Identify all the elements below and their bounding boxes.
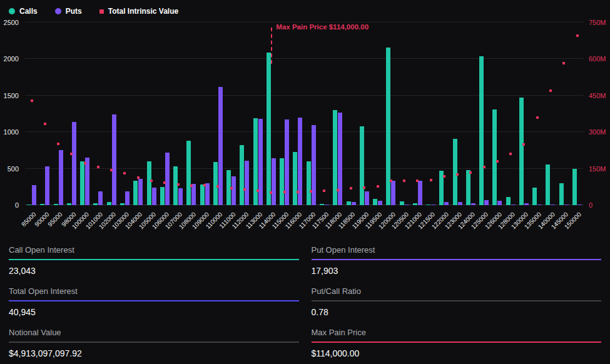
calls-bar[interactable] [120,203,125,206]
strike-group-128000[interactable] [504,23,517,205]
calls-bar[interactable] [240,145,244,205]
intrinsic-value-dot[interactable] [97,166,99,168]
intrinsic-value-dot[interactable] [310,190,312,193]
intrinsic-value-dot[interactable] [243,188,246,191]
puts-bar[interactable] [551,205,555,205]
calls-bar[interactable] [373,199,377,206]
intrinsic-value-dot[interactable] [31,99,33,102]
legend-item-puts[interactable]: Puts [55,7,82,16]
calls-bar[interactable] [426,205,430,205]
puts-bar[interactable] [444,202,449,205]
calls-bar[interactable] [107,202,111,205]
puts-bar[interactable] [272,158,276,205]
intrinsic-value-dot[interactable] [483,166,485,168]
calls-bar[interactable] [492,109,497,205]
intrinsic-value-dot[interactable] [350,187,352,190]
calls-bar[interactable] [213,162,218,205]
strike-group-121000[interactable] [411,23,424,205]
strike-group-126000[interactable] [491,23,504,205]
strike-group-117500[interactable] [318,23,331,205]
puts-bar[interactable] [524,203,529,206]
puts-bar[interactable] [85,158,89,205]
intrinsic-value-dot[interactable] [323,190,325,192]
intrinsic-value-dot[interactable] [203,184,206,186]
puts-bar[interactable] [312,125,316,205]
strike-group-102000[interactable] [105,23,118,205]
calls-bar[interactable] [320,204,324,205]
puts-bar[interactable] [59,150,63,205]
intrinsic-value-dot[interactable] [549,89,552,92]
calls-bar[interactable] [519,98,524,205]
intrinsic-value-dot[interactable] [430,179,432,181]
strike-group-115000[interactable] [278,23,291,205]
puts-bar[interactable] [98,191,103,205]
calls-bar[interactable] [307,161,311,205]
calls-bar[interactable] [572,169,577,205]
calls-bar[interactable] [133,181,138,205]
puts-bar[interactable] [431,205,435,205]
calls-bar[interactable] [506,197,511,205]
calls-bar[interactable] [293,152,297,205]
strike-group-101000[interactable] [91,23,104,205]
puts-bar[interactable] [245,161,249,205]
intrinsic-value-dot[interactable] [297,191,299,193]
calls-bar[interactable] [93,203,98,206]
puts-bar[interactable] [511,205,516,205]
intrinsic-value-dot[interactable] [522,143,525,146]
strike-group-106000[interactable] [158,23,171,205]
strike-group-117000[interactable] [305,23,318,205]
puts-bar[interactable] [165,153,170,205]
calls-bar[interactable] [40,204,44,205]
puts-bar[interactable] [205,183,210,205]
strike-group-121500[interactable] [424,23,437,205]
strike-group-130000[interactable] [517,23,531,205]
strike-group-119500[interactable] [371,23,384,205]
strike-group-103000[interactable] [118,23,131,205]
calls-bar[interactable] [280,158,284,205]
calls-bar[interactable] [67,203,71,205]
strike-group-140000[interactable] [544,23,557,205]
intrinsic-value-dot[interactable] [163,181,166,184]
intrinsic-value-dot[interactable] [337,189,339,191]
intrinsic-value-dot[interactable] [70,153,73,155]
intrinsic-value-dot[interactable] [216,185,219,188]
puts-bar[interactable] [231,176,236,205]
puts-bar[interactable] [391,181,395,205]
intrinsic-value-dot[interactable] [363,186,365,189]
strike-group-150000[interactable] [571,23,584,205]
puts-bar[interactable] [112,114,116,205]
strike-group-105000[interactable] [145,23,158,205]
intrinsic-value-dot[interactable] [123,172,126,174]
puts-bar[interactable] [458,202,462,205]
puts-bar[interactable] [138,179,143,205]
strike-group-124000[interactable] [464,23,477,205]
strike-group-119000[interactable] [358,23,371,205]
calls-bar[interactable] [413,203,417,206]
intrinsic-value-dot[interactable] [190,185,193,187]
calls-bar[interactable] [267,53,271,205]
puts-bar[interactable] [352,202,356,205]
intrinsic-value-dot[interactable] [270,191,272,194]
calls-bar[interactable] [173,166,178,205]
intrinsic-value-dot[interactable] [390,179,392,182]
puts-bar[interactable] [365,191,369,205]
intrinsic-value-dot[interactable] [443,175,445,178]
intrinsic-value-dot[interactable] [496,160,499,163]
strike-group-145000[interactable] [557,23,571,205]
puts-bar[interactable] [537,205,542,205]
intrinsic-value-dot[interactable] [283,191,286,193]
intrinsic-value-dot[interactable] [57,143,59,145]
strike-group-90000[interactable] [38,23,51,205]
strike-group-118000[interactable] [331,23,344,205]
strike-group-125000[interactable] [477,23,491,205]
strike-group-122000[interactable] [437,23,450,205]
strike-group-85000[interactable] [25,23,38,205]
puts-bar[interactable] [405,205,409,205]
calls-bar[interactable] [466,170,470,205]
puts-bar[interactable] [191,184,196,205]
strike-group-108000[interactable] [185,23,198,205]
strike-group-110000[interactable] [211,23,225,205]
strike-group-107000[interactable] [171,23,185,205]
puts-bar[interactable] [378,201,382,205]
puts-bar[interactable] [471,203,475,206]
